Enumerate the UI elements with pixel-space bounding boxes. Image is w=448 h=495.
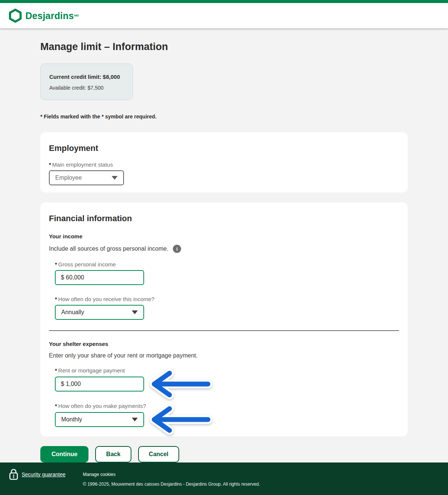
income-frequency-label: *How often do you receive this income? [55,296,399,302]
hexagon-logo-icon [9,9,22,23]
employment-heading: Employment [49,143,399,153]
current-credit-limit: Current credit limit: $8,000 [49,74,124,80]
continue-button[interactable]: Continue [40,446,88,462]
chevron-down-icon [132,310,138,314]
your-income-subheading: Your income [49,233,399,239]
income-frequency-value: Annually [61,309,84,316]
manage-cookies-link[interactable]: Manage cookies [83,472,115,477]
required-asterisk: * [55,367,57,374]
cancel-button[interactable]: Cancel [138,446,179,462]
security-guarantee-link[interactable]: Security guarantee [22,471,66,477]
required-asterisk: * [55,261,57,267]
chevron-down-icon [112,176,118,180]
available-credit: Available credit: $7,500 [49,85,124,91]
back-button[interactable]: Back [95,446,131,462]
logo-wordmark: DesjardinsMD [25,10,79,21]
logo-text: Desjardins [25,10,74,21]
shelter-description: Enter only your share of your rent or mo… [49,352,197,359]
chevron-down-icon [132,418,138,421]
financial-heading: Financial information [49,214,399,223]
site-header: DesjardinsMD [0,3,448,28]
employment-status-label: *Main employment status [49,161,399,168]
pointer-arrow-icon [149,369,213,399]
income-frequency-select[interactable]: Annually [55,305,144,320]
shelter-expenses-subheading: Your shelter expenses [49,341,399,347]
gross-income-label: *Gross personal income [55,261,399,267]
payment-frequency-label: *How often do you make payments? [55,403,399,409]
rent-payment-input[interactable] [55,377,144,392]
gross-income-input[interactable] [55,270,144,285]
required-fields-note: * Fields marked with the * symbol are re… [40,114,408,120]
lock-icon [9,468,18,481]
site-footer: Security guarantee Manage cookies © 1996… [0,462,448,495]
main-content: Manage limit – Information Current credi… [0,28,448,462]
income-description: Include all sources of gross personal in… [49,245,168,252]
info-icon[interactable]: i [173,245,181,253]
rent-payment-label: *Rent or mortgage payment [55,367,399,374]
page-title: Manage limit – Information [40,28,408,53]
pointer-arrow-icon [149,404,213,435]
employment-status-select[interactable]: Employee [49,170,124,185]
required-asterisk: * [55,403,57,409]
action-buttons: Continue Back Cancel [40,446,408,462]
credit-summary-box: Current credit limit: $8,000 Available c… [40,64,133,100]
section-divider [49,330,399,331]
copyright-text: © 1996-2025, Mouvement des caisses Desja… [83,482,260,487]
required-asterisk: * [49,161,51,168]
financial-section: Financial information Your income Includ… [40,202,408,436]
desjardins-logo[interactable]: DesjardinsMD [9,9,79,23]
required-asterisk: * [55,296,57,302]
payment-frequency-select[interactable]: Monthly [55,412,144,427]
employment-status-value: Employee [55,174,82,181]
employment-section: Employment *Main employment status Emplo… [40,132,408,192]
payment-frequency-value: Monthly [61,416,82,423]
logo-trademark: MD [74,14,79,17]
top-accent-bar [0,0,448,3]
